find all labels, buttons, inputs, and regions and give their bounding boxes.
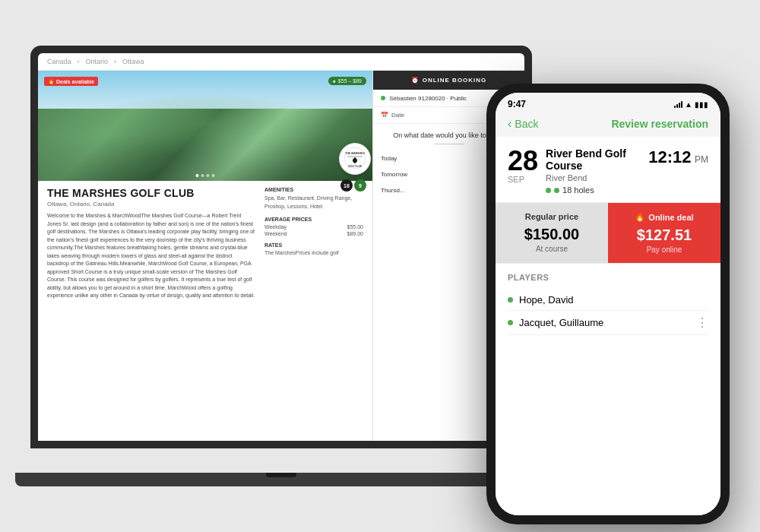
screen-main: 🔥 Deals available ● $55 – $89 <box>38 71 524 441</box>
booking-info-row: 28 SEP River Bend Golf Course River Bend… <box>496 137 720 203</box>
laptop-screen: Canada › Ontario › Ottawa 🔥 Deals availa <box>38 53 524 441</box>
online-deal-label: 🔥 Online deal <box>616 212 713 222</box>
breadcrumb-canada[interactable]: Canada <box>47 58 71 65</box>
booking-date-block: 28 SEP <box>508 147 538 184</box>
phone-screen: 9:47 ▲ ▮▮▮ ‹ Back Re <box>496 93 720 515</box>
signal-bar-2 <box>676 104 678 108</box>
laptop-body: Canada › Ontario › Ottawa 🔥 Deals availa <box>30 46 532 448</box>
breadcrumb-ontario[interactable]: Ontario <box>86 58 109 65</box>
online-price-sub: Pay online <box>616 245 713 254</box>
svg-text:GOLF CLUB: GOLF CLUB <box>348 165 362 168</box>
phone-status-icons: ▲ ▮▮▮ <box>674 100 708 109</box>
laptop: Canada › Ontario › Ottawa 🔥 Deals availa <box>30 46 532 486</box>
player-1-info: Hope, David <box>508 294 574 306</box>
regular-price-sub: At course <box>503 245 600 253</box>
players-section: PLAYERS Hope, David Jacquet, Guillaume ⋮ <box>496 264 720 344</box>
deals-badge: 🔥 Deals available <box>44 77 98 86</box>
online-deal-col[interactable]: 🔥 Online deal $127.51 Pay online <box>608 203 720 263</box>
player-2-name: Jacquet, Guillaume <box>519 317 603 328</box>
rates-section: RATES The MarshesPrices include golf <box>264 242 363 255</box>
screen-left: 🔥 Deals available ● $55 – $89 <box>38 71 372 441</box>
hole-badges: 18 9 <box>340 179 366 192</box>
booking-time: 12:12 PM <box>648 147 708 167</box>
holes-18-badge: 18 <box>340 179 353 192</box>
weekday-label: Weekday <box>264 224 287 230</box>
logo-text: THE MARSHES GOLF CLUB <box>344 147 366 171</box>
calendar-icon: 📅 <box>381 112 388 119</box>
hero-image: 🔥 Deals available ● $55 – $89 <box>38 71 372 181</box>
amenities-text: Spa, Bar, Restaurant, Driving Range, Pro… <box>264 195 363 211</box>
booking-day: 28 <box>508 147 538 175</box>
course-title: THE MARSHES GOLF CLUB <box>47 187 255 199</box>
battery-icon: ▮▮▮ <box>695 100 708 109</box>
laptop-base <box>15 473 547 486</box>
weekend-price-row: Weekend $89.00 <box>264 231 363 236</box>
signal-bar-4 <box>681 101 682 108</box>
online-price-amount: $127.51 <box>616 226 713 244</box>
booking-holes: 18 holes <box>546 185 641 195</box>
date-divider <box>434 144 464 144</box>
course-location: Ottawa, Ontario, Canada <box>47 201 255 207</box>
player-2-info: Jacquet, Guillaume <box>508 317 603 328</box>
content-left: THE MARSHES GOLF CLUB Ottawa, Ontario, C… <box>47 187 255 300</box>
hero-dot-4[interactable] <box>212 174 215 177</box>
scene: Canada › Ontario › Ottawa 🔥 Deals availa <box>30 23 730 509</box>
review-reservation-title: Review reservation <box>611 118 708 130</box>
weekend-label: Weekend <box>264 231 287 236</box>
green-dot-1 <box>546 188 551 193</box>
regular-price-label: Regular price <box>503 212 600 221</box>
player-1-dot <box>508 297 513 302</box>
signal-bar-1 <box>674 106 676 108</box>
course-description: Welcome to the Marshes & MarchWoodThe Ma… <box>47 212 255 300</box>
phone-content: 28 SEP River Bend Golf Course River Bend… <box>496 137 720 515</box>
back-button[interactable]: ‹ Back <box>508 117 538 131</box>
phone: 9:47 ▲ ▮▮▮ ‹ Back Re <box>486 84 730 524</box>
course-logo: THE MARSHES GOLF CLUB <box>339 143 371 175</box>
booking-user: Sébastien 91280020 · Public <box>381 95 467 102</box>
wifi-icon: ▲ <box>685 100 692 109</box>
booking-course-location: River Bend <box>546 173 641 182</box>
phone-time: 9:47 <box>508 99 526 109</box>
back-chevron-icon: ‹ <box>508 117 511 131</box>
clock-icon: ⏰ <box>411 77 420 84</box>
hero-dots <box>196 174 215 177</box>
rates-text: The MarshesPrices include golf <box>264 250 363 255</box>
breadcrumb: Canada › Ontario › Ottawa <box>38 53 524 71</box>
phone-status-bar: 9:47 ▲ ▮▮▮ <box>496 93 720 112</box>
regular-price-amount: $150.00 <box>503 226 600 243</box>
player-row-1: Hope, David <box>508 290 708 311</box>
hero-dot-1[interactable] <box>196 174 199 177</box>
fire-icon: 🔥 <box>635 212 645 222</box>
weekday-price: $55.00 <box>347 224 363 230</box>
booking-time-block: 12:12 PM <box>648 147 708 167</box>
rates-title: RATES <box>264 242 363 248</box>
player-1-name: Hope, David <box>519 294 574 306</box>
avg-prices: AVERAGE PRICES Weekday $55.00 Weekend $8… <box>264 217 363 236</box>
laptop-notch <box>266 473 296 477</box>
user-dot <box>381 96 385 100</box>
signal-icon <box>674 100 682 108</box>
regular-price-col[interactable]: Regular price $150.00 At course <box>496 203 608 263</box>
hero-dot-3[interactable] <box>207 174 210 177</box>
hero-dot-2[interactable] <box>201 174 204 177</box>
booking-course-block: River Bend Golf Course River Bend 18 hol… <box>538 147 648 195</box>
svg-text:THE MARSHES: THE MARSHES <box>345 152 365 155</box>
holes-9-badge: 9 <box>354 179 366 192</box>
player-2-menu-icon[interactable]: ⋮ <box>696 315 708 330</box>
players-title: PLAYERS <box>508 273 708 282</box>
weekend-price: $89.00 <box>347 231 363 236</box>
weekday-price-row: Weekday $55.00 <box>264 224 363 230</box>
green-dot-2 <box>554 188 559 193</box>
signal-bar-3 <box>679 103 680 108</box>
content-right: AMENITIES Spa, Bar, Restaurant, Driving … <box>264 187 363 300</box>
price-range-badge: ● $55 – $89 <box>328 77 366 85</box>
breadcrumb-ottawa[interactable]: Ottawa <box>122 58 144 65</box>
player-row-2: Jacquet, Guillaume ⋮ <box>508 311 708 335</box>
avg-prices-title: AVERAGE PRICES <box>264 217 363 222</box>
player-2-dot <box>508 320 513 325</box>
phone-nav: ‹ Back Review reservation <box>496 112 720 137</box>
content-area: THE MARSHES GOLF CLUB Ottawa, Ontario, C… <box>38 181 372 306</box>
booking-course-name: River Bend Golf Course <box>546 147 641 172</box>
price-section: Regular price $150.00 At course 🔥 Online… <box>496 203 720 264</box>
